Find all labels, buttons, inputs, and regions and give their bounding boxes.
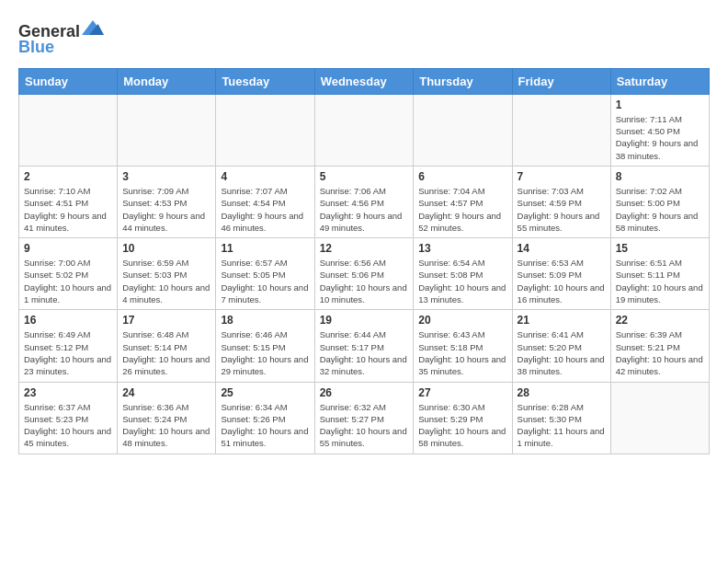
calendar-table: SundayMondayTuesdayWednesdayThursdayFrid… <box>18 68 710 454</box>
calendar-cell: 12Sunrise: 6:56 AM Sunset: 5:06 PM Dayli… <box>314 238 414 310</box>
weekday-header-monday: Monday <box>118 68 216 94</box>
day-info: Sunrise: 6:59 AM Sunset: 5:03 PM Dayligh… <box>122 257 210 305</box>
day-info: Sunrise: 6:49 AM Sunset: 5:12 PM Dayligh… <box>24 328 112 377</box>
day-info: Sunrise: 6:36 AM Sunset: 5:24 PM Dayligh… <box>122 401 210 450</box>
day-number: 4 <box>221 170 309 183</box>
day-info: Sunrise: 6:56 AM Sunset: 5:06 PM Dayligh… <box>320 257 409 305</box>
day-info: Sunrise: 7:09 AM Sunset: 4:53 PM Dayligh… <box>122 185 210 234</box>
calendar-week-4: 16Sunrise: 6:49 AM Sunset: 5:12 PM Dayli… <box>19 310 710 382</box>
day-number: 12 <box>320 242 409 255</box>
calendar-cell <box>610 382 709 454</box>
day-info: Sunrise: 7:07 AM Sunset: 4:54 PM Dayligh… <box>221 185 309 234</box>
day-info: Sunrise: 7:00 AM Sunset: 5:02 PM Dayligh… <box>24 257 112 305</box>
calendar-cell: 23Sunrise: 6:37 AM Sunset: 5:23 PM Dayli… <box>19 382 118 454</box>
day-number: 22 <box>616 314 704 327</box>
day-number: 19 <box>320 314 409 327</box>
calendar-cell: 26Sunrise: 6:32 AM Sunset: 5:27 PM Dayli… <box>314 382 414 454</box>
weekday-header-tuesday: Tuesday <box>216 68 314 94</box>
logo: General Blue <box>18 18 104 57</box>
calendar-cell: 22Sunrise: 6:39 AM Sunset: 5:21 PM Dayli… <box>610 310 709 382</box>
day-info: Sunrise: 6:43 AM Sunset: 5:18 PM Dayligh… <box>418 328 506 377</box>
day-number: 25 <box>221 386 309 399</box>
day-info: Sunrise: 7:10 AM Sunset: 4:51 PM Dayligh… <box>24 185 112 234</box>
day-number: 6 <box>418 170 506 183</box>
calendar-cell: 25Sunrise: 6:34 AM Sunset: 5:26 PM Dayli… <box>216 382 314 454</box>
day-info: Sunrise: 6:28 AM Sunset: 5:30 PM Dayligh… <box>518 401 606 450</box>
day-info: Sunrise: 6:54 AM Sunset: 5:08 PM Dayligh… <box>418 257 506 305</box>
calendar-cell: 11Sunrise: 6:57 AM Sunset: 5:05 PM Dayli… <box>216 238 314 310</box>
calendar-cell: 18Sunrise: 6:46 AM Sunset: 5:15 PM Dayli… <box>216 310 314 382</box>
day-number: 14 <box>518 242 606 255</box>
day-number: 3 <box>122 170 210 183</box>
day-number: 5 <box>320 170 409 183</box>
calendar-cell: 1Sunrise: 7:11 AM Sunset: 4:50 PM Daylig… <box>610 94 709 166</box>
day-number: 17 <box>122 314 210 327</box>
calendar-cell: 16Sunrise: 6:49 AM Sunset: 5:12 PM Dayli… <box>19 310 118 382</box>
day-number: 21 <box>518 314 606 327</box>
day-number: 16 <box>24 314 112 327</box>
calendar-week-2: 2Sunrise: 7:10 AM Sunset: 4:51 PM Daylig… <box>19 166 710 237</box>
day-number: 24 <box>122 386 210 399</box>
day-number: 13 <box>418 242 506 255</box>
day-number: 8 <box>616 170 704 183</box>
day-info: Sunrise: 6:48 AM Sunset: 5:14 PM Dayligh… <box>122 328 210 377</box>
day-info: Sunrise: 6:34 AM Sunset: 5:26 PM Dayligh… <box>221 401 309 450</box>
calendar-cell: 24Sunrise: 6:36 AM Sunset: 5:24 PM Dayli… <box>118 382 216 454</box>
day-number: 15 <box>616 242 704 255</box>
day-info: Sunrise: 6:39 AM Sunset: 5:21 PM Dayligh… <box>616 328 704 377</box>
day-info: Sunrise: 6:37 AM Sunset: 5:23 PM Dayligh… <box>24 401 112 450</box>
weekday-header-sunday: Sunday <box>19 68 118 94</box>
calendar-body: 1Sunrise: 7:11 AM Sunset: 4:50 PM Daylig… <box>19 94 710 454</box>
weekday-header-saturday: Saturday <box>610 68 709 94</box>
calendar-cell: 4Sunrise: 7:07 AM Sunset: 4:54 PM Daylig… <box>216 166 314 237</box>
calendar-cell: 20Sunrise: 6:43 AM Sunset: 5:18 PM Dayli… <box>414 310 512 382</box>
calendar-cell: 2Sunrise: 7:10 AM Sunset: 4:51 PM Daylig… <box>19 166 118 237</box>
day-info: Sunrise: 6:44 AM Sunset: 5:17 PM Dayligh… <box>320 328 409 377</box>
day-number: 23 <box>24 386 112 399</box>
day-info: Sunrise: 7:11 AM Sunset: 4:50 PM Dayligh… <box>616 113 704 162</box>
calendar-cell <box>314 94 414 166</box>
calendar-cell <box>512 94 610 166</box>
day-info: Sunrise: 7:03 AM Sunset: 4:59 PM Dayligh… <box>518 185 606 234</box>
calendar-cell: 15Sunrise: 6:51 AM Sunset: 5:11 PM Dayli… <box>610 238 709 310</box>
day-info: Sunrise: 6:41 AM Sunset: 5:20 PM Dayligh… <box>518 328 606 377</box>
calendar-cell: 27Sunrise: 6:30 AM Sunset: 5:29 PM Dayli… <box>414 382 512 454</box>
day-number: 9 <box>24 242 112 255</box>
day-info: Sunrise: 7:02 AM Sunset: 5:00 PM Dayligh… <box>616 185 704 234</box>
calendar-cell: 13Sunrise: 6:54 AM Sunset: 5:08 PM Dayli… <box>414 238 512 310</box>
day-info: Sunrise: 7:06 AM Sunset: 4:56 PM Dayligh… <box>320 185 409 234</box>
day-number: 28 <box>518 386 606 399</box>
weekday-header-thursday: Thursday <box>414 68 512 94</box>
calendar-cell: 21Sunrise: 6:41 AM Sunset: 5:20 PM Dayli… <box>512 310 610 382</box>
weekday-header-friday: Friday <box>512 68 610 94</box>
calendar-week-1: 1Sunrise: 7:11 AM Sunset: 4:50 PM Daylig… <box>19 94 710 166</box>
day-number: 10 <box>122 242 210 255</box>
calendar-cell: 5Sunrise: 7:06 AM Sunset: 4:56 PM Daylig… <box>314 166 414 237</box>
day-number: 11 <box>221 242 309 255</box>
day-info: Sunrise: 6:32 AM Sunset: 5:27 PM Dayligh… <box>320 401 409 450</box>
calendar-week-3: 9Sunrise: 7:00 AM Sunset: 5:02 PM Daylig… <box>19 238 710 310</box>
calendar-cell: 7Sunrise: 7:03 AM Sunset: 4:59 PM Daylig… <box>512 166 610 237</box>
calendar-cell <box>118 94 216 166</box>
calendar-cell: 17Sunrise: 6:48 AM Sunset: 5:14 PM Dayli… <box>118 310 216 382</box>
day-number: 26 <box>320 386 409 399</box>
calendar-cell <box>216 94 314 166</box>
day-info: Sunrise: 6:53 AM Sunset: 5:09 PM Dayligh… <box>518 257 606 305</box>
calendar-cell: 8Sunrise: 7:02 AM Sunset: 5:00 PM Daylig… <box>610 166 709 237</box>
calendar-cell: 19Sunrise: 6:44 AM Sunset: 5:17 PM Dayli… <box>314 310 414 382</box>
day-info: Sunrise: 6:30 AM Sunset: 5:29 PM Dayligh… <box>418 401 506 450</box>
day-number: 2 <box>24 170 112 183</box>
day-number: 18 <box>221 314 309 327</box>
calendar-week-5: 23Sunrise: 6:37 AM Sunset: 5:23 PM Dayli… <box>19 382 710 454</box>
calendar-cell: 10Sunrise: 6:59 AM Sunset: 5:03 PM Dayli… <box>118 238 216 310</box>
calendar-cell: 28Sunrise: 6:28 AM Sunset: 5:30 PM Dayli… <box>512 382 610 454</box>
day-info: Sunrise: 6:57 AM Sunset: 5:05 PM Dayligh… <box>221 257 309 305</box>
day-info: Sunrise: 7:04 AM Sunset: 4:57 PM Dayligh… <box>418 185 506 234</box>
calendar-cell: 9Sunrise: 7:00 AM Sunset: 5:02 PM Daylig… <box>19 238 118 310</box>
calendar-cell <box>19 94 118 166</box>
day-number: 27 <box>418 386 506 399</box>
calendar-header-row: SundayMondayTuesdayWednesdayThursdayFrid… <box>19 68 710 94</box>
day-info: Sunrise: 6:46 AM Sunset: 5:15 PM Dayligh… <box>221 328 309 377</box>
calendar-cell: 6Sunrise: 7:04 AM Sunset: 4:57 PM Daylig… <box>414 166 512 237</box>
day-info: Sunrise: 6:51 AM Sunset: 5:11 PM Dayligh… <box>616 257 704 305</box>
